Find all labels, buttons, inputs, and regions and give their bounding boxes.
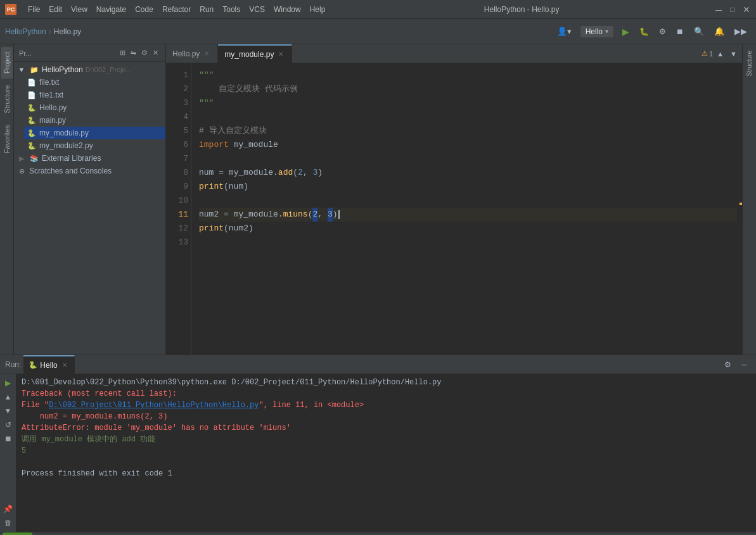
bottom-tab-python-packages[interactable]: 🐍 Python Packages xyxy=(163,532,239,536)
close-button[interactable]: ✕ xyxy=(742,5,751,14)
run-tab-hello[interactable]: 🐍 Hello ✕ xyxy=(23,355,74,374)
py-main-icon: 🐍 xyxy=(27,115,37,125)
run-output-link[interactable]: D:\002 Project\011 Python\HelloPython\He… xyxy=(49,401,259,410)
scratch-icon: ⊕ xyxy=(16,166,27,176)
sidebar-tab-structure[interactable]: Structure xyxy=(1,80,13,118)
menu-run[interactable]: Run xyxy=(196,4,217,15)
bottom-tab-event-log[interactable]: Event Log xyxy=(712,532,753,536)
settings-button[interactable]: ▶▶ xyxy=(731,24,751,39)
tree-navigate[interactable]: ⇋ xyxy=(129,48,138,58)
tree-item-main-py[interactable]: 🐍 main.py xyxy=(24,114,165,127)
code-token: """ xyxy=(199,96,214,110)
code-token: my_module. xyxy=(229,166,278,180)
sidebar-tab-project[interactable]: Project xyxy=(1,47,13,79)
code-content[interactable]: """ 自定义模块 代码示例 """ # 导入自定义模块 xyxy=(191,63,742,355)
txt-file-icon: 📄 xyxy=(27,77,37,87)
maximize-button[interactable]: □ xyxy=(728,5,737,14)
menu-file[interactable]: File xyxy=(24,4,44,15)
code-token: num xyxy=(199,166,219,180)
search-everywhere-button[interactable]: 🔍 xyxy=(690,24,708,39)
code-token: 自定义模块 代码示例 xyxy=(199,82,298,96)
bottom-tab-todo[interactable]: ☰ TODO xyxy=(32,532,71,536)
code-token: ) xyxy=(317,166,323,180)
tree-item-root[interactable]: ▼ 📁 HelloPython D:\002_Proje... xyxy=(14,63,165,76)
run-minimize-btn[interactable]: ─ xyxy=(738,358,751,372)
tree-item-my-module-py[interactable]: 🐍 my_module.py xyxy=(24,127,165,139)
run-tab-icon: 🐍 xyxy=(29,361,37,369)
tree-item-hello-py[interactable]: 🐍 Hello.py xyxy=(24,101,165,114)
tab-hello-py[interactable]: Hello.py ✕ xyxy=(166,44,218,63)
code-line-13 xyxy=(199,236,737,249)
user-button[interactable]: 👤▾ xyxy=(553,24,575,39)
menu-refactor[interactable]: Refactor xyxy=(158,4,195,15)
editor-scroll-down[interactable]: ▼ xyxy=(727,49,740,58)
coverage-button[interactable]: ⚙ xyxy=(655,25,670,39)
tree-item-scratches[interactable]: ⊕ Scratches and Consoles xyxy=(14,165,165,177)
menu-navigate[interactable]: Navigate xyxy=(93,4,130,15)
menu-window[interactable]: Window xyxy=(270,4,305,15)
run-rerun-btn[interactable]: ↺ xyxy=(2,419,15,431)
tree-label-my-module2-py: my_module2.py xyxy=(39,141,93,150)
run-tab-label: Hello xyxy=(40,361,57,370)
tree-close[interactable]: ✕ xyxy=(151,48,160,58)
code-token: ( xyxy=(293,166,298,180)
toolbar: HelloPython › Hello.py 👤▾ Hello ▾ ▶ 🐛 ⚙ … xyxy=(0,19,756,44)
file-tree-title: Pr... xyxy=(19,49,32,57)
stop-button[interactable]: ⏹ xyxy=(672,25,688,39)
tab-my-module-py-close[interactable]: ✕ xyxy=(276,50,285,58)
code-token: """ xyxy=(199,68,214,82)
tree-item-my-module2-py[interactable]: 🐍 my_module2.py xyxy=(24,139,165,152)
bottom-tab-terminal[interactable]: ▭ Terminal xyxy=(119,532,163,536)
tree-item-file-txt[interactable]: 📄 file.txt xyxy=(24,76,165,89)
code-token: my_module xyxy=(234,138,278,152)
run-output[interactable]: D:\001_Develop\022_Python\Python39\pytho… xyxy=(16,374,756,532)
debug-button[interactable]: 🐛 xyxy=(636,25,653,39)
tree-item-file1-txt[interactable]: 📄 file1.txt xyxy=(24,89,165,101)
menu-help[interactable]: Help xyxy=(306,4,330,15)
tree-label-main-py: main.py xyxy=(39,116,66,125)
breadcrumb-root[interactable]: HelloPython xyxy=(5,27,46,36)
run-scroll-up-btn[interactable]: ▲ xyxy=(2,391,15,403)
menu-code[interactable]: Code xyxy=(131,4,157,15)
tab-my-module-py[interactable]: my_module.py ✕ xyxy=(218,44,292,63)
code-token: , xyxy=(303,166,313,180)
menu-edit[interactable]: Edit xyxy=(45,4,66,15)
editor-scroll-up[interactable]: ▲ xyxy=(714,49,726,58)
run-pin-btn[interactable]: 📌 xyxy=(2,503,15,515)
bottom-tab-run[interactable]: ▶ Run xyxy=(3,532,32,536)
menu-view[interactable]: View xyxy=(67,4,91,15)
run-green-button[interactable]: ▶ xyxy=(618,24,633,39)
menu-tools[interactable]: Tools xyxy=(219,4,244,15)
tab-hello-py-close[interactable]: ✕ xyxy=(202,49,211,58)
editor-area: Hello.py ✕ my_module.py ✕ ⚠ 1 ▲ ▼ 12345 xyxy=(166,44,742,355)
tree-collapse-all[interactable]: ⊞ xyxy=(118,48,127,58)
run-config-selector[interactable]: Hello ▾ xyxy=(580,26,613,37)
run-clear-btn[interactable]: 🗑 xyxy=(2,517,15,529)
run-config-chevron: ▾ xyxy=(605,28,608,35)
breadcrumb-file[interactable]: Hello.py xyxy=(54,27,81,36)
minimize-button[interactable]: ─ xyxy=(714,5,723,14)
file-tree-header-buttons: ⊞ ⇋ ⚙ ✕ xyxy=(118,48,160,58)
structure-btn[interactable]: Structure xyxy=(744,47,755,80)
code-line-5: # 导入自定义模块 xyxy=(199,124,737,138)
sidebar-toggle: Project Structure Favorites xyxy=(0,44,14,355)
run-stop-btn[interactable]: ⏹ xyxy=(2,432,15,445)
code-token: import xyxy=(199,138,234,152)
tree-settings[interactable]: ⚙ xyxy=(139,48,150,58)
code-line-2: 自定义模块 代码示例 xyxy=(199,82,737,96)
menu-vcs[interactable]: VCS xyxy=(245,4,269,15)
breadcrumb: HelloPython › Hello.py xyxy=(5,27,551,36)
run-tab-close[interactable]: ✕ xyxy=(60,361,69,369)
run-scroll-down-btn[interactable]: ▼ xyxy=(2,405,15,417)
run-settings-btn[interactable]: ⚙ xyxy=(721,358,735,372)
bottom-tab-problems[interactable]: ⚠ Problems xyxy=(71,532,119,536)
bottom-tab-python-console[interactable]: ≫ Python Console xyxy=(238,532,307,536)
tree-item-ext-libs[interactable]: ▶ 📚 External Libraries xyxy=(14,152,165,165)
code-token: # 导入自定义模块 xyxy=(199,124,267,138)
run-play-btn[interactable]: ▶ xyxy=(2,377,15,389)
code-line-8: num = my_module.add(2, 3) xyxy=(199,166,737,180)
sidebar-tab-favorites[interactable]: Favorites xyxy=(1,120,13,158)
notifications-button[interactable]: 🔔 xyxy=(710,24,728,39)
code-line-3: """ xyxy=(199,96,737,110)
code-editor[interactable]: 12345 678910 111213 """ 自定义模块 代码示例 xyxy=(166,63,742,355)
